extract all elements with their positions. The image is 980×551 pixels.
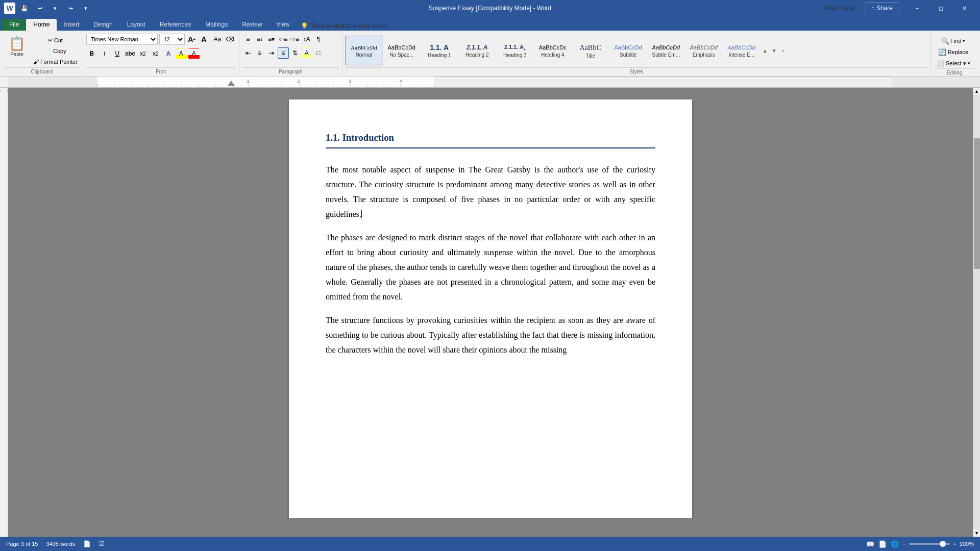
tell-me-box[interactable]: 💡 Tell me what you want to do... — [297, 21, 395, 31]
undo-qat-button[interactable]: ↩ — [34, 2, 46, 14]
zoom-minus-button[interactable]: − — [903, 541, 906, 547]
tab-mailings[interactable]: Mailings — [198, 19, 235, 31]
page-indicator[interactable]: Page 3 of 15 — [6, 541, 38, 547]
decrease-indent-button[interactable]: ⇦≡ — [278, 34, 289, 45]
undo-dropdown[interactable]: ▾ — [49, 2, 61, 14]
style-heading3-button[interactable]: 2.1.1. Ax Heading 3 — [497, 36, 533, 65]
scrollbar-up-button[interactable]: ▲ — [973, 88, 981, 95]
style-no-spacing-button[interactable]: AaBbCcDd No Spac... — [383, 36, 420, 65]
style-title-button[interactable]: AaBbC Title — [572, 36, 609, 65]
paste-button[interactable]: 📋 Paste — [4, 34, 30, 67]
change-case-button[interactable]: Aa — [212, 34, 223, 45]
select-button[interactable]: ⬜ Select ▾ ▾ — [934, 58, 972, 68]
zoom-slider[interactable] — [909, 543, 950, 545]
increase-indent-button[interactable]: ⇨≡ — [289, 34, 301, 45]
style-subtitle-button[interactable]: AaBbCcDd Subtitle — [610, 36, 647, 65]
restore-button[interactable]: ◻ — [929, 0, 952, 16]
bold-button[interactable]: B — [86, 48, 97, 59]
replace-button[interactable]: 🔄 Replace — [934, 47, 972, 57]
word-count[interactable]: 3405 words — [46, 541, 75, 547]
superscript-button[interactable]: x2 — [150, 48, 161, 59]
redo-qat-button[interactable]: ↪ — [64, 2, 77, 14]
doc-paragraph-1[interactable]: The most notable aspect of suspense in T… — [326, 163, 655, 221]
bullets-button[interactable]: ≡ — [242, 34, 254, 45]
sort-button[interactable]: ↕A — [301, 34, 312, 45]
tab-review[interactable]: Review — [235, 19, 269, 31]
scrollbar-down-button[interactable]: ▼ — [973, 530, 981, 537]
clear-formatting-button[interactable]: ⌫ — [225, 34, 236, 45]
web-view-button[interactable]: 🌐 — [891, 540, 899, 548]
tab-references[interactable]: References — [153, 19, 198, 31]
font-size-selector[interactable]: 12 — [159, 34, 185, 45]
document-page[interactable]: 1.1. Introduction The most notable aspec… — [289, 99, 692, 518]
style-subemph-preview: AaBbCcDd — [652, 44, 680, 51]
align-left-button[interactable]: ⇤ — [242, 47, 254, 59]
share-button[interactable]: ↑ Share — [865, 2, 899, 14]
save-qat-button[interactable]: 💾 — [18, 2, 31, 14]
copy-button[interactable]: 📄 Copy — [31, 46, 80, 56]
horizontal-ruler[interactable]: 1 2 3 4 — [8, 77, 980, 87]
doc-paragraph-3[interactable]: The structure functions by provoking cur… — [326, 313, 655, 357]
style-heading2-button[interactable]: 2.1.1. A Heading 2 — [459, 36, 496, 65]
zoom-controls: − + 100% — [903, 541, 974, 547]
tab-file[interactable]: File — [2, 19, 26, 31]
align-center-button[interactable]: ≡ — [254, 47, 265, 59]
select-dropdown[interactable]: ▾ — [968, 61, 970, 66]
zoom-level[interactable]: 100% — [960, 541, 974, 547]
cut-button[interactable]: ✂ Cut — [31, 35, 80, 45]
tell-me-text[interactable]: Tell me what you want to do... — [310, 22, 391, 30]
close-button[interactable]: ✕ — [952, 0, 976, 16]
show-marks-button[interactable]: ¶ — [313, 34, 324, 45]
justify-button[interactable]: ≡ — [278, 47, 289, 59]
customize-qat-button[interactable]: ▾ — [80, 2, 92, 14]
user-name[interactable]: Mark LaBarr — [825, 5, 859, 12]
multilevel-button[interactable]: ≡▾ — [266, 34, 277, 45]
style-emphasis-button[interactable]: AaBbCcDd Emphasis — [685, 36, 722, 65]
tab-insert[interactable]: Insert — [57, 19, 86, 31]
style-heading4-button[interactable]: AaBbCcDc Heading 4 — [534, 36, 571, 65]
style-intense-button[interactable]: AaBbCcDd Intense E... — [723, 36, 760, 65]
text-highlight-button[interactable]: A — [176, 48, 187, 59]
style-subtle-emph-button[interactable]: AaBbCcDd Subtle Em... — [648, 36, 684, 65]
doc-paragraph-2[interactable]: The phases are designed to mark distinct… — [326, 231, 655, 304]
styles-scroll-down[interactable]: ▼ — [770, 36, 778, 65]
underline-button[interactable]: U — [112, 48, 123, 59]
subscript-button[interactable]: x2 — [137, 48, 149, 59]
spacer1 — [326, 151, 655, 163]
read-view-button[interactable]: 📖 — [866, 540, 874, 548]
shrink-font-button[interactable]: A- — [199, 34, 210, 45]
borders-button[interactable]: □ — [313, 47, 324, 59]
find-dropdown[interactable]: ▾ — [963, 38, 965, 43]
print-view-button[interactable]: 📄 — [878, 540, 887, 548]
tab-view[interactable]: View — [270, 19, 297, 31]
text-effects-button[interactable]: A — [163, 48, 174, 59]
minimize-button[interactable]: − — [905, 0, 929, 16]
style-normal-button[interactable]: AaBbCcDd Normal — [346, 36, 382, 65]
vertical-ruler: 1234 — [0, 88, 8, 537]
scrollbar-track[interactable] — [973, 95, 981, 530]
styles-scroll-up[interactable]: ▲ — [761, 36, 769, 65]
tab-design[interactable]: Design — [86, 19, 119, 31]
line-spacing-button[interactable]: ⇅ — [289, 47, 301, 59]
format-painter-button[interactable]: 🖌 Format Painter — [31, 57, 80, 67]
align-right-button[interactable]: ⇥ — [266, 47, 277, 59]
editing-label: Editing — [934, 68, 975, 77]
tab-layout[interactable]: Layout — [120, 19, 153, 31]
italic-button[interactable]: I — [99, 48, 110, 59]
style-heading1-button[interactable]: 1.1. A Heading 1 — [421, 36, 458, 65]
scrollbar-thumb[interactable] — [974, 138, 980, 269]
font-name-selector[interactable]: Times New Roman — [86, 34, 158, 45]
select-label: Select ▾ — [946, 60, 966, 67]
clipboard-content: 📋 Paste ✂ Cut 📄 Copy 🖌 Format Painter — [4, 33, 80, 67]
tab-home[interactable]: Home — [26, 19, 57, 31]
grow-font-button[interactable]: A+ — [186, 34, 198, 45]
document-scroll-area[interactable]: 1.1. Introduction The most notable aspec… — [8, 88, 973, 537]
zoom-plus-button[interactable]: + — [953, 541, 956, 547]
font-color-button[interactable]: A — [188, 48, 200, 59]
styles-expand[interactable]: ▿ — [779, 36, 788, 65]
strikethrough-button[interactable]: abc — [125, 48, 136, 59]
numbering-button[interactable]: ≡1 — [254, 34, 265, 45]
shading-button[interactable]: A — [301, 47, 312, 59]
vertical-scrollbar[interactable]: ▲ ▼ — [973, 88, 980, 537]
find-button[interactable]: 🔍 Find ▾ — [934, 36, 972, 46]
